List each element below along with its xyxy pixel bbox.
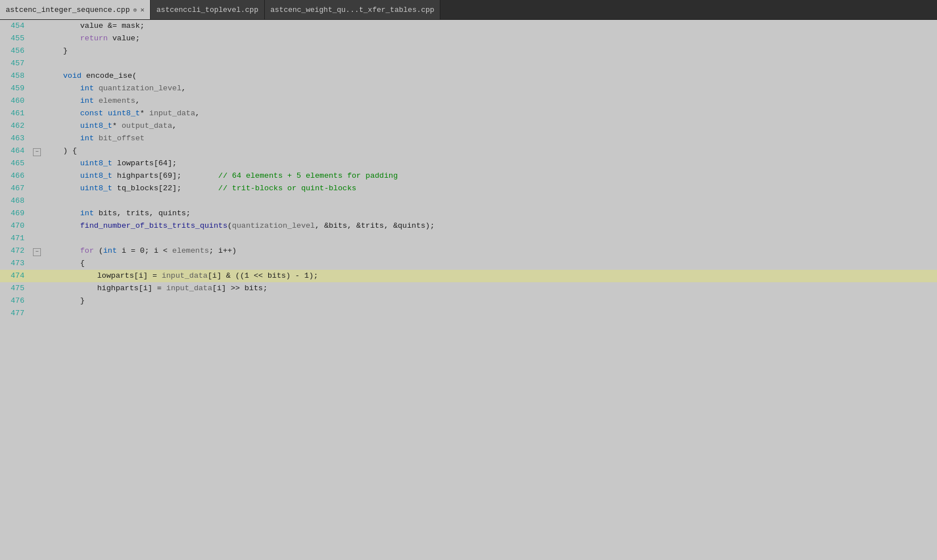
code-line-468: 468 [0, 195, 937, 207]
code-line-474: 474 lowparts[i] = input_data[i] & ((1 <<… [0, 270, 937, 282]
code-line-457: 457 [0, 57, 937, 70]
code-line-471: 471 [0, 232, 937, 245]
code-editor[interactable]: 454 value &= mask; 455 return value; 456… [0, 20, 937, 560]
code-line-473: 473 { [0, 257, 937, 270]
code-line-462: 462 uint8_t* output_data, [0, 120, 937, 132]
code-lines: 454 value &= mask; 455 return value; 456… [0, 20, 937, 320]
fold-btn-472[interactable]: − [33, 248, 41, 256]
code-line-476: 476 } [0, 295, 937, 307]
tab-label: astcenc_weight_qu...t_xfer_tables.cpp [270, 6, 435, 14]
code-line-475: 475 highparts[i] = input_data[i] >> bits… [0, 282, 937, 295]
code-line-456: 456 } [0, 45, 937, 57]
editor-container: astcenc_integer_sequence.cpp ⊕ ✕ astcenc… [0, 0, 937, 560]
code-line-470: 470 find_number_of_bits_trits_quints(qua… [0, 220, 937, 232]
code-line-454: 454 value &= mask; [0, 20, 937, 32]
tab-label: astcenccli_toplevel.cpp [156, 6, 258, 14]
tab-label: astcenc_integer_sequence.cpp [6, 6, 130, 14]
code-line-461: 461 const uint8_t* input_data, [0, 107, 937, 120]
code-line-464: 464 − ) { [0, 145, 937, 157]
code-line-465: 465 uint8_t lowparts[64]; [0, 157, 937, 170]
code-line-463: 463 int bit_offset [0, 132, 937, 145]
code-line-469: 469 int bits, trits, quints; [0, 207, 937, 220]
tab-toplevel[interactable]: astcenccli_toplevel.cpp [151, 0, 264, 19]
code-line-467: 467 uint8_t tq_blocks[22]; // trit-block… [0, 182, 937, 195]
modified-icon: ⊕ [133, 6, 137, 14]
code-line-477: 477 [0, 307, 937, 320]
code-line-459: 459 int quantization_level, [0, 82, 937, 95]
code-line-466: 466 uint8_t highparts[69]; // 64 element… [0, 170, 937, 182]
code-line-460: 460 int elements, [0, 95, 937, 107]
tab-weight-tables[interactable]: astcenc_weight_qu...t_xfer_tables.cpp [265, 0, 441, 19]
tab-integer-sequence[interactable]: astcenc_integer_sequence.cpp ⊕ ✕ [0, 0, 151, 19]
close-icon[interactable]: ✕ [140, 6, 144, 14]
code-line-455: 455 return value; [0, 32, 937, 45]
code-line-472: 472 − for (int i = 0; i < elements; i++) [0, 245, 937, 257]
fold-btn-464[interactable]: − [33, 148, 41, 156]
code-line-458: 458 void encode_ise( [0, 70, 937, 82]
tab-bar: astcenc_integer_sequence.cpp ⊕ ✕ astcenc… [0, 0, 937, 20]
